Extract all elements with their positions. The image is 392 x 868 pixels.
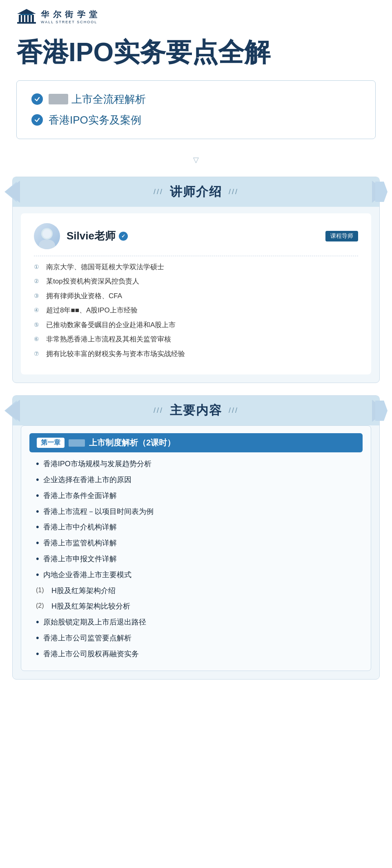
teacher-ribbon: /// 讲师介绍 /// [13, 177, 379, 207]
logo-english: WALL STREET SCHOOL [41, 20, 98, 24]
check-icon-1 [31, 93, 43, 105]
svg-marker-6 [17, 9, 36, 14]
content-ribbon-slashes-left: /// [154, 406, 163, 415]
svg-rect-3 [25, 15, 27, 22]
content-ribbon-left [5, 400, 20, 422]
list-item: ⑤已推动数家备受瞩目的企业赴港和A股上市 [34, 320, 358, 330]
list-item: •香港上市条件全面详解 [36, 490, 363, 502]
verified-icon: ✓ [119, 232, 128, 241]
svg-rect-2 [22, 15, 24, 22]
chapter-1-heading: 第一章 上市制度解析（2课时） [29, 433, 363, 452]
logo-text: 华 尔 街 学 堂 WALL STREET SCHOOL [41, 9, 98, 24]
list-item: ⑦拥有比较丰富的财税实务与资本市场实战经验 [34, 349, 358, 359]
divider [34, 256, 358, 256]
list-item: ⑥非常熟悉香港上市流程及其相关监管审核 [34, 334, 358, 345]
chapter-1-container: 第一章 上市制度解析（2课时） •香港IPO市场规模与发展趋势分析 •企业选择在… [21, 425, 371, 671]
content-ribbon-slashes-right: /// [229, 406, 238, 415]
chapter-1-bullet-list-2: •原始股锁定期及上市后退出路径 •香港上市公司监管要点解析 •香港上市公司股权再… [21, 616, 371, 660]
header: 华 尔 街 学 堂 WALL STREET SCHOOL [0, 0, 392, 29]
ribbon-slashes-left: /// [154, 188, 163, 196]
svg-marker-8 [5, 181, 20, 203]
avatar-icon [36, 223, 58, 249]
blurred-1 [49, 94, 68, 104]
svg-rect-5 [32, 15, 34, 22]
list-item: •香港IPO市场规模与发展趋势分析 [36, 458, 363, 470]
list-item: ②某top投资机构资深风控负责人 [34, 276, 358, 287]
list-item: •企业选择在香港上市的原因 [36, 474, 363, 486]
list-item: •香港上市中介机构详解 [36, 521, 363, 533]
info-text-2: 香港IPO实务及案例 [49, 113, 141, 127]
logo-icon [16, 8, 37, 24]
content-ribbon-right [372, 400, 387, 422]
list-item: •香港上市申报文件详解 [36, 553, 363, 565]
svg-rect-4 [29, 15, 31, 22]
list-item: ①南京大学、德国哥廷根大学双法学硕士 [34, 262, 358, 272]
list-item: ④超过8年■■、A股IPO上市经验 [34, 305, 358, 316]
main-title-area: 香港IPO实务要点全解 [0, 29, 392, 80]
svg-marker-9 [372, 181, 387, 203]
svg-rect-1 [19, 15, 21, 22]
check-icon-2 [31, 114, 43, 126]
info-box: 上市全流程解析 香港IPO实务及案例 [16, 80, 376, 139]
list-item: •香港上市监管机构详解 [36, 537, 363, 549]
content-ribbon: /// 主要内容 /// [13, 396, 379, 425]
info-item-1: 上市全流程解析 [31, 92, 361, 106]
svg-rect-7 [20, 14, 33, 15]
teacher-ribbon-label: 讲师介绍 [170, 184, 222, 200]
chapter-1-bullet-list: •香港IPO市场规模与发展趋势分析 •企业选择在香港上市的原因 •香港上市条件全… [21, 458, 371, 580]
logo-chinese: 华 尔 街 学 堂 [41, 9, 98, 20]
ribbon-slashes-right: /// [229, 188, 238, 196]
main-title: 香港IPO实务要点全解 [16, 37, 376, 68]
arrow-divider: ▽ [0, 147, 392, 173]
content-section-card: /// 主要内容 /// 第一章 上市制度解析（2课时） •香港IPO市场规模与… [12, 395, 380, 679]
teacher-badge: 课程导师 [325, 231, 358, 241]
chapter-tag: 第一章 [37, 438, 65, 448]
teacher-section-card: /// 讲师介绍 /// [12, 177, 380, 383]
teacher-header: Silvie老师 ✓ 课程导师 [34, 223, 358, 249]
ribbon-left-wing [5, 181, 20, 203]
logo: 华 尔 街 学 堂 WALL STREET SCHOOL [16, 8, 98, 24]
teacher-info: Silvie老师 ✓ [34, 223, 128, 249]
list-item: •香港上市公司股权再融资实务 [36, 648, 363, 660]
teacher-name-block: Silvie老师 ✓ [67, 229, 128, 243]
list-item: •香港上市流程－以项目时间表为例 [36, 506, 363, 518]
sub-item-1: (1)H股及红筹架构介绍 [36, 585, 363, 597]
svg-point-12 [42, 229, 51, 238]
svg-marker-13 [5, 400, 20, 422]
svg-marker-14 [372, 400, 387, 422]
content-ribbon-label: 主要内容 [170, 402, 222, 419]
svg-point-10 [39, 239, 55, 249]
avatar [34, 223, 60, 249]
chapter-1-sub-list: (1)H股及红筹架构介绍 (2)H股及红筹架构比较分析 [21, 585, 371, 613]
svg-rect-0 [17, 22, 36, 24]
teacher-name: Silvie老师 ✓ [67, 229, 128, 243]
teacher-content: Silvie老师 ✓ 课程导师 ①南京大学、德国哥廷根大学双法学硕士 ②某top… [21, 213, 371, 375]
list-item: •原始股锁定期及上市后退出路径 [36, 616, 363, 628]
list-item: •香港上市公司监管要点解析 [36, 632, 363, 644]
sub-item-2: (2)H股及红筹架构比较分析 [36, 600, 363, 612]
list-item: ③拥有律师执业资格、CFA [34, 291, 358, 301]
list-item: •内地企业香港上市主要模式 [36, 569, 363, 581]
info-text-1: 上市全流程解析 [49, 92, 146, 106]
teacher-list: ①南京大学、德国哥廷根大学双法学硕士 ②某top投资机构资深风控负责人 ③拥有律… [34, 262, 358, 359]
ribbon-right-wing [372, 181, 387, 203]
chapter-title: 上市制度解析（2课时） [89, 437, 175, 448]
info-item-2: 香港IPO实务及案例 [31, 113, 361, 127]
chapter-blurred [69, 439, 85, 447]
